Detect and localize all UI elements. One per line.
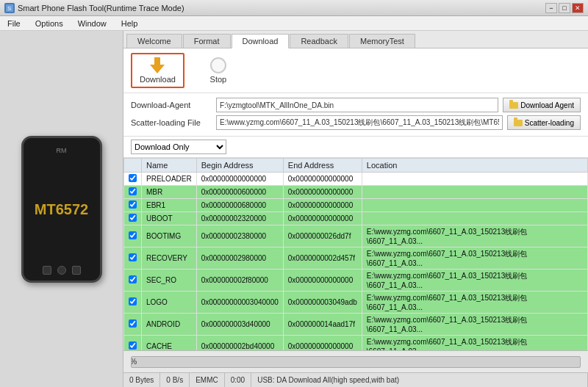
row-begin: 0x000000002bd40000 bbox=[196, 336, 283, 351]
scatter-loading-row: Scatter-loading File Scatter-loading bbox=[131, 115, 581, 130]
row-name: MBR bbox=[142, 186, 197, 199]
download-agent-button[interactable]: Download Agent bbox=[503, 98, 581, 112]
close-button[interactable]: ✕ bbox=[572, 3, 584, 13]
row-checkbox[interactable] bbox=[129, 275, 137, 283]
table-row: RECOVERY0x000000029800000x0000000002d457… bbox=[124, 247, 588, 270]
row-location: E:\www.yzmg.com\6607_11_A.03_150213线刷包\6… bbox=[362, 270, 587, 292]
phone-panel: RM MT6572 bbox=[0, 31, 123, 387]
title-bar-left: S Smart Phone Flash Tool(Runtime Trace M… bbox=[4, 3, 184, 13]
col-checkbox bbox=[124, 159, 142, 173]
nav-home-btn bbox=[57, 266, 66, 275]
row-checkbox-cell[interactable] bbox=[124, 270, 142, 292]
col-begin: Begin Address bbox=[196, 159, 283, 173]
maximize-button[interactable]: □ bbox=[559, 3, 570, 13]
scatter-button[interactable]: Scatter-loading bbox=[507, 115, 581, 130]
row-name: CACHE bbox=[142, 336, 197, 351]
tab-download[interactable]: Download bbox=[232, 34, 290, 48]
row-end: 0x0000000002d457f bbox=[283, 247, 362, 270]
folder-icon-scatter bbox=[514, 120, 523, 126]
row-end: 0x00000000000000 bbox=[283, 270, 362, 292]
scatter-label: Scatter-loading File bbox=[131, 118, 212, 127]
content-panel: Welcome Format Download Readback MemoryT… bbox=[123, 31, 588, 387]
title-bar: S Smart Phone Flash Tool(Runtime Trace M… bbox=[0, 0, 588, 16]
row-checkbox-cell[interactable] bbox=[124, 186, 142, 199]
row-location: E:\www.yzmg.com\6607_11_A.03_150213线刷包\6… bbox=[362, 225, 587, 247]
row-name: RECOVERY bbox=[142, 247, 197, 270]
table-row: LOGO0x000000000030400000x000000003049adb… bbox=[124, 292, 588, 314]
row-name: EBR1 bbox=[142, 199, 197, 212]
row-begin: 0x00000002320000 bbox=[196, 212, 283, 225]
status-time: 0:00 bbox=[225, 373, 251, 387]
minimize-button[interactable]: − bbox=[545, 3, 557, 13]
tab-readback[interactable]: Readback bbox=[290, 34, 348, 48]
row-checkbox[interactable] bbox=[129, 253, 137, 261]
download-agent-label: Download-Agent bbox=[131, 101, 212, 109]
download-mode-select[interactable]: Download OnlyFirmware UpgradeCustom Down… bbox=[131, 140, 226, 154]
row-location: E:\www.yzmg.com\6607_11_A.03_150213线刷包\6… bbox=[362, 336, 587, 351]
menu-help[interactable]: Help bbox=[117, 18, 143, 29]
row-checkbox-cell[interactable] bbox=[124, 199, 142, 212]
nav-menu-btn bbox=[72, 266, 81, 275]
download-label: Download bbox=[140, 75, 176, 84]
tab-format[interactable]: Format bbox=[183, 34, 231, 48]
table-body: PRELOADER0x000000000000000x0000000000000… bbox=[124, 173, 588, 351]
row-name: BOOTIMG bbox=[142, 225, 197, 247]
row-checkbox-cell[interactable] bbox=[124, 173, 142, 186]
table-row: UBOOT0x000000023200000x00000000000000 bbox=[124, 212, 588, 225]
table-row: SEC_RO0x000000002f800000x00000000000000E… bbox=[124, 270, 588, 292]
phone-nav bbox=[43, 266, 81, 275]
col-location: Location bbox=[362, 159, 587, 173]
phone-model: MT6572 bbox=[35, 201, 88, 217]
row-end: 0x00000000000000 bbox=[283, 186, 362, 199]
table-row: EBR10x000000006800000x00000000000000 bbox=[124, 199, 588, 212]
nav-back-btn bbox=[43, 266, 51, 275]
row-name: ANDROID bbox=[142, 314, 197, 336]
row-checkbox[interactable] bbox=[129, 187, 137, 195]
row-checkbox-cell[interactable] bbox=[124, 212, 142, 225]
row-begin: 0x00000002980000 bbox=[196, 247, 283, 270]
row-checkbox[interactable] bbox=[129, 319, 137, 328]
row-checkbox[interactable] bbox=[129, 231, 137, 239]
row-checkbox-cell[interactable] bbox=[124, 336, 142, 351]
row-checkbox[interactable] bbox=[129, 214, 137, 222]
row-begin: 0x00000000600000 bbox=[196, 186, 283, 199]
row-checkbox[interactable] bbox=[129, 297, 137, 305]
status-storage: EMMC bbox=[190, 373, 225, 387]
table-row: PRELOADER0x000000000000000x0000000000000… bbox=[124, 173, 588, 186]
title-controls: − □ ✕ bbox=[545, 3, 584, 13]
download-agent-input[interactable] bbox=[216, 98, 498, 112]
row-begin: 0x00000002380000 bbox=[196, 225, 283, 247]
row-checkbox[interactable] bbox=[129, 341, 137, 350]
table-row: ANDROID0x000000003d400000x000000014aad17… bbox=[124, 314, 588, 336]
scatter-input[interactable] bbox=[216, 115, 503, 130]
menu-window[interactable]: Window bbox=[74, 18, 111, 29]
table-area[interactable]: Name Begin Address End Address Location … bbox=[123, 158, 588, 350]
menu-file[interactable]: File bbox=[3, 18, 25, 29]
row-name: LOGO bbox=[142, 292, 197, 314]
download-agent-row: Download-Agent Download Agent bbox=[131, 98, 581, 112]
folder-icon bbox=[509, 102, 518, 109]
app-icon: S bbox=[4, 3, 15, 13]
download-button[interactable]: Download bbox=[131, 53, 184, 88]
row-end: 0x0000000026dd7f bbox=[283, 225, 362, 247]
menu-options[interactable]: Options bbox=[31, 18, 68, 29]
row-checkbox[interactable] bbox=[129, 174, 137, 182]
phone-device: RM MT6572 bbox=[21, 136, 102, 283]
tab-memorytest[interactable]: MemoryTest bbox=[349, 34, 415, 48]
phone-brand: RM bbox=[57, 147, 67, 154]
row-begin: 0x00000000003040000 bbox=[196, 292, 283, 314]
row-checkbox-cell[interactable] bbox=[124, 292, 142, 314]
row-end: 0x000000003049adb bbox=[283, 292, 362, 314]
row-end: 0x00000000000000 bbox=[283, 173, 362, 186]
progress-label: 0% bbox=[131, 358, 137, 366]
row-checkbox-cell[interactable] bbox=[124, 225, 142, 247]
tab-welcome[interactable]: Welcome bbox=[126, 34, 182, 48]
row-end: 0x00000000000000 bbox=[283, 336, 362, 351]
table-row: CACHE0x000000002bd400000x00000000000000E… bbox=[124, 336, 588, 351]
row-checkbox-cell[interactable] bbox=[124, 314, 142, 336]
row-location bbox=[362, 186, 587, 199]
stop-button[interactable]: Stop bbox=[199, 53, 237, 88]
row-checkbox[interactable] bbox=[129, 200, 137, 209]
row-checkbox-cell[interactable] bbox=[124, 247, 142, 270]
progress-bar-container: 0% bbox=[131, 356, 581, 368]
